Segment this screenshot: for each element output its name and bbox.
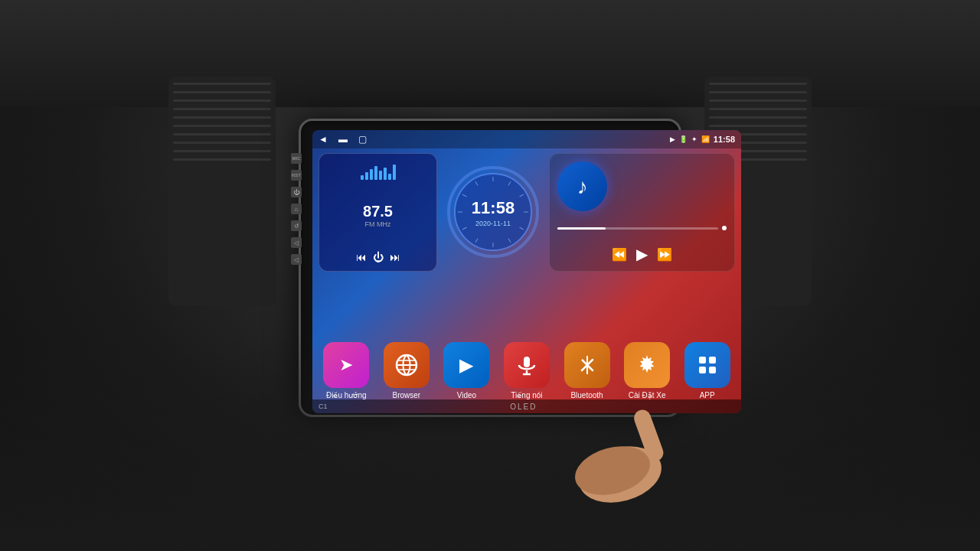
vent-line	[173, 150, 271, 152]
music-widget[interactable]: ♪ ⏪ ▶ ⏩	[549, 153, 735, 272]
dash-top	[0, 0, 980, 107]
navigation-icon: ➤	[323, 342, 369, 388]
vent-line	[709, 116, 807, 119]
music-progress-row	[557, 226, 727, 230]
rst-button[interactable]: RST	[291, 170, 302, 181]
brand-label: OLED	[510, 403, 537, 411]
music-note-icon: ♪	[577, 174, 588, 199]
video-icon: ▶	[443, 342, 489, 388]
radio-unit: FM MHz	[363, 220, 393, 228]
widget-area: 87.5 FM MHz ⏮ ⏻ ⏭	[318, 153, 735, 279]
back-button[interactable]: ↺	[291, 220, 302, 231]
vent-line	[709, 108, 807, 110]
browser-icon	[384, 342, 430, 388]
music-icon-circle: ♪	[557, 161, 607, 211]
radio-next-button[interactable]: ⏭	[390, 251, 400, 263]
signal-bar	[379, 171, 382, 180]
vent-line	[709, 91, 807, 93]
signal-bar	[361, 175, 364, 180]
model-label: C1	[318, 403, 328, 410]
voice-icon	[504, 342, 550, 388]
home-button[interactable]: ⌂	[291, 204, 302, 214]
vent-line	[709, 83, 807, 85]
browser-label: Browser	[393, 391, 421, 399]
radio-controls: ⏮ ⏻ ⏭	[356, 251, 400, 263]
mic-button[interactable]: MIC	[291, 153, 302, 164]
app-video[interactable]: ▶ Video	[443, 342, 489, 399]
vent-line	[173, 91, 271, 93]
nav-buttons: ◄ ▬ ▢	[318, 134, 367, 145]
back-nav-button[interactable]: ◄	[318, 134, 328, 145]
navigation-icon-symbol: ➤	[339, 355, 353, 375]
vent-line	[173, 108, 271, 110]
signal-bar	[388, 174, 391, 180]
vent-line	[173, 133, 271, 135]
vent-line	[173, 116, 271, 119]
music-progress-bar	[557, 227, 718, 230]
vent-line	[709, 99, 807, 102]
vent-line	[173, 99, 271, 102]
power-button[interactable]: ⏻	[291, 187, 302, 197]
music-rewind-button[interactable]: ⏪	[612, 247, 627, 262]
music-play-button[interactable]: ▶	[636, 245, 648, 263]
status-time: 11:58	[714, 135, 735, 144]
music-controls: ⏪ ▶ ⏩	[557, 245, 727, 263]
signal-bar	[365, 172, 368, 180]
home-nav-button[interactable]: ▬	[338, 134, 348, 145]
vent-line	[173, 125, 271, 127]
voice-label: Tiếng nói	[511, 391, 542, 399]
radio-power-button[interactable]: ⏻	[373, 251, 384, 263]
clock-time: 11:58	[472, 198, 514, 218]
vent-line	[173, 83, 271, 85]
clock-date: 2020-11-11	[475, 220, 511, 227]
navigation-label: Điều hướng	[326, 391, 366, 399]
vent-line	[173, 158, 271, 161]
signal-bar	[393, 165, 396, 180]
music-progress-fill	[557, 227, 606, 230]
voice-icon-svg	[515, 354, 538, 377]
app-navigation[interactable]: ➤ Điều hướng	[323, 342, 369, 399]
radio-prev-button[interactable]: ⏮	[356, 251, 367, 263]
wifi-icon: 📶	[701, 135, 710, 143]
app-voice[interactable]: Tiếng nói	[504, 342, 550, 399]
radio-signal-bars	[361, 161, 396, 180]
clock-widget: 11:58 2020-11-11	[443, 153, 543, 272]
vent-left	[168, 77, 276, 306]
hand-svg	[559, 352, 712, 505]
progress-dot	[722, 226, 727, 230]
video-icon-symbol: ▶	[459, 354, 473, 376]
app-browser[interactable]: Browser	[384, 342, 430, 399]
svg-rect-18	[524, 357, 530, 367]
video-label: Video	[457, 391, 476, 399]
hand-overlay	[559, 352, 712, 505]
recent-nav-button[interactable]: ▢	[358, 134, 367, 145]
music-icon-row: ♪	[557, 161, 727, 211]
signal-bar	[384, 168, 387, 180]
youtube-icon: ▶	[670, 135, 675, 143]
signal-bar	[370, 169, 373, 180]
status-bar: ◄ ▬ ▢ ▶ 🔋 ✦ 📶 11:58	[312, 130, 741, 148]
bluetooth-status-icon: ✦	[691, 135, 697, 143]
vent-line	[173, 142, 271, 144]
side-button-panel: MIC RST ⏻ ⌂ ↺ ◁ ◁	[291, 153, 305, 265]
status-icons: ▶ 🔋 ✦ 📶 11:58	[670, 135, 735, 144]
vol-down-button[interactable]: ◁	[291, 237, 302, 248]
radio-frequency: 87.5	[363, 203, 393, 220]
music-forward-button[interactable]: ⏩	[657, 247, 672, 262]
radio-widget[interactable]: 87.5 FM MHz ⏮ ⏻ ⏭	[318, 153, 437, 272]
vent-line	[709, 125, 807, 127]
browser-icon-svg	[394, 353, 419, 377]
battery-icon: 🔋	[679, 135, 688, 143]
vol-up-button[interactable]: ◁	[291, 254, 302, 265]
signal-bar	[374, 166, 377, 180]
